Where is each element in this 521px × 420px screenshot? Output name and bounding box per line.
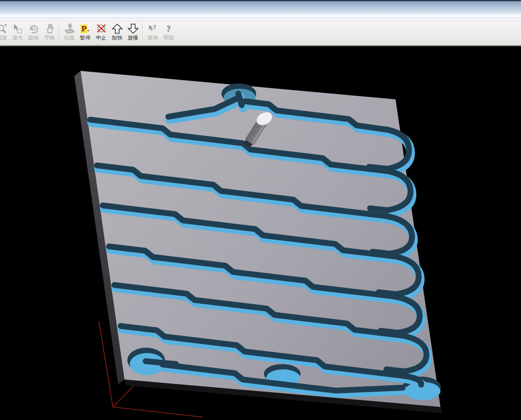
toolbar-button-label: 仿真 (64, 35, 75, 41)
toolbar-button-label: 加快 (112, 35, 123, 41)
3d-viewport[interactable] (0, 46, 521, 420)
window-titlebar[interactable] (0, 0, 521, 15)
toolbar-button-simulate[interactable]: 仿真 (61, 23, 77, 43)
toolbar-button-label: 帮助 (164, 35, 174, 41)
toolbar-button-slow-down[interactable]: 放慢 (125, 23, 141, 43)
menu-strip (0, 15, 521, 21)
toolbar-button-label: 旋转 (28, 35, 39, 41)
magnifier-icon (0, 23, 8, 35)
toolbar-button-pause[interactable]: P. 暂停 (77, 23, 93, 43)
simulate-tool-icon (63, 23, 76, 35)
help-question-icon: ? (166, 23, 171, 35)
simulation-scene (0, 46, 521, 420)
svg-text:?: ? (153, 24, 156, 31)
toolbar-button-zoom-dynamic[interactable]: 缩放 (0, 23, 10, 43)
query-cursor-icon: ? (147, 23, 159, 35)
toolbar-button-rotate[interactable]: 旋转 (26, 23, 41, 43)
pan-hand-icon (44, 23, 55, 35)
toolbar-button-label: 缩放 (0, 35, 7, 41)
slow-down-arrow-icon (127, 23, 139, 35)
toolbar-button-help[interactable]: ? 帮助 (161, 23, 177, 43)
pause-p-icon: P. (81, 23, 90, 35)
toolbar: 缩放 放大 旋转 (0, 21, 521, 46)
toolbar-button-label: 中止 (96, 35, 107, 41)
toolbar-separator (142, 23, 143, 42)
app-window: 缩放 放大 旋转 (0, 0, 521, 420)
toolbar-button-label: 暂停 (80, 35, 91, 41)
abort-cross-icon (95, 23, 108, 35)
rotate-hand-icon (28, 23, 40, 35)
toolbar-button-query[interactable]: ? 查询 (145, 23, 161, 43)
toolbar-button-abort[interactable]: 中止 (93, 23, 109, 43)
speed-up-arrow-icon (111, 23, 123, 35)
toolbar-button-label: 查询 (148, 35, 158, 41)
toolbar-separator (59, 23, 60, 42)
zoom-window-icon (12, 23, 24, 35)
toolbar-button-speed-up[interactable]: 加快 (109, 23, 125, 43)
toolbar-button-label: 放慢 (128, 35, 138, 41)
toolbar-button-label: 放大 (13, 35, 23, 41)
toolbar-button-pan[interactable]: 平移 (41, 23, 57, 43)
toolbar-button-label: 平移 (44, 35, 55, 41)
toolbar-button-zoom-window[interactable]: 放大 (10, 23, 26, 43)
